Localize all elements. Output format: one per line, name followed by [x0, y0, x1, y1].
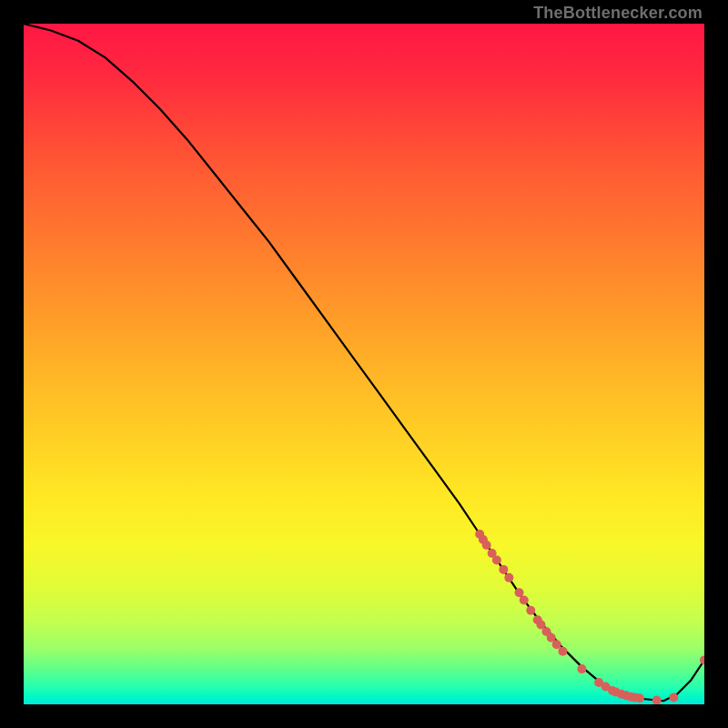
- data-point: [526, 606, 535, 615]
- data-point: [520, 596, 529, 605]
- data-point: [482, 541, 491, 550]
- bottleneck-curve: [24, 24, 704, 701]
- plot-area: [24, 24, 704, 704]
- data-point: [558, 647, 567, 656]
- watermark-text: TheBottlenecker.com: [533, 4, 703, 23]
- data-point: [577, 664, 586, 673]
- chart-svg: [24, 24, 704, 704]
- data-point: [552, 640, 561, 649]
- data-point: [669, 693, 678, 703]
- data-point: [700, 655, 704, 664]
- data-point: [504, 573, 513, 582]
- data-point: [499, 565, 508, 574]
- chart-container: TheBottlenecker.com: [0, 0, 728, 728]
- data-point: [635, 693, 644, 703]
- data-point: [652, 696, 662, 704]
- data-markers: [475, 530, 704, 704]
- data-point: [492, 555, 501, 564]
- data-point: [515, 588, 524, 597]
